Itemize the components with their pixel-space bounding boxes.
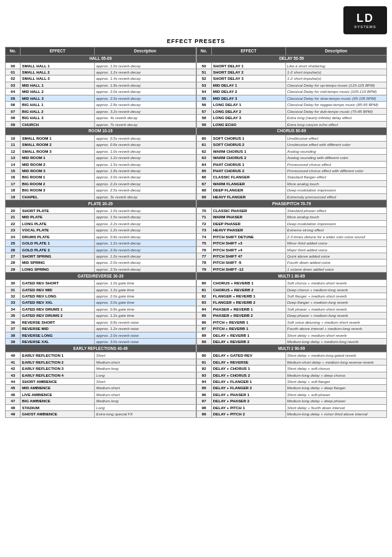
- row-effect: REVERSE XXL: [21, 339, 95, 345]
- row-description: 1-2 short impulse(s): [285, 75, 386, 82]
- row-effect: PHASER + REVERB 1: [211, 306, 285, 312]
- row-effect: DELAY + PITCH 1: [211, 404, 285, 410]
- row-effect: DELAY + REVERSE: [211, 359, 285, 365]
- table-row: 98DELAY + PITCH 1Short delay + fourth do…: [196, 404, 387, 410]
- table-row: 50SHORT DELAY 1Like a short shattering: [196, 62, 387, 69]
- row-number: 06: [6, 102, 21, 108]
- row-effect: LONG DELAY 2: [211, 108, 285, 114]
- table-row: 20SHORT PLATEapprox. 1.0s reverb decay: [6, 207, 196, 213]
- row-number: 65: [196, 167, 211, 173]
- table-row: 69HEAVY FLANGERExtremely pronounced effe…: [196, 193, 387, 200]
- row-description: Extra-long special FX: [95, 411, 196, 417]
- row-description: Classical Delay for dub-tempo music (75-…: [285, 108, 386, 114]
- row-number: 73: [196, 227, 211, 233]
- row-number: 82: [196, 293, 211, 299]
- table-row: 64PHAT CHORUS 1Pronounced chorus effect: [196, 161, 387, 167]
- table-row: 07BIG HALL 2approx. 3.2s reverb decay: [6, 108, 196, 114]
- row-number: 28: [6, 259, 21, 266]
- row-number: 99: [196, 411, 211, 417]
- table-row: 21MID PLATEapprox. 1.5s reverb decay: [6, 214, 196, 220]
- row-description: Long: [95, 404, 196, 410]
- row-description: approx. 1.0s reverb decay: [95, 253, 196, 259]
- row-description: approx. 2.0s reverb decay: [95, 89, 196, 95]
- row-number: 69: [196, 193, 211, 200]
- logo-subtitle: SYSTEMS: [354, 25, 376, 29]
- row-description: Pronounced chorus effect with different …: [285, 167, 386, 173]
- row-description: Medium-short: [95, 391, 196, 397]
- row-description: approx. 2.0s reverb decay: [95, 259, 196, 266]
- row-effect: BIG HALL 2: [21, 108, 95, 114]
- row-effect: SHORT DELAY 2: [211, 69, 285, 75]
- table-row: 70CLASSIC PHASERStandard phaser effect: [196, 207, 387, 213]
- row-number: 36: [6, 319, 21, 325]
- row-description: approx. 1.2s reverb decay: [95, 240, 196, 246]
- row-description: approx. 2.5s reverb decay: [95, 95, 196, 101]
- row-effect: WARM CHORUS 1: [211, 148, 285, 154]
- table-row: 30GATED REV SHORTapprox. 1.0s gate time: [6, 280, 196, 286]
- row-number: 23: [6, 227, 21, 233]
- row-effect: EARLY REFLECTION 2: [21, 359, 95, 365]
- row-number: 66: [196, 174, 211, 180]
- row-description: Classical Delay for reggae-tempo music (…: [285, 102, 386, 108]
- row-effect: DEEP FLANGER: [211, 187, 285, 193]
- table-row: 28MID SPRINGapprox. 2.0s reverb decay: [6, 259, 196, 266]
- row-description: approx. 1.0s reverb decay: [95, 148, 196, 154]
- table-row: 43EARLY REFLECTION 4Long: [6, 372, 196, 378]
- row-effect: WARM FLANGER: [211, 180, 285, 186]
- table-row: 72DEEP PHASERDeep modulation impression: [196, 220, 387, 226]
- row-effect: DELAY + GATED REV: [211, 352, 285, 359]
- row-effect: MID ROOM 2: [21, 161, 95, 167]
- row-number: 78: [196, 259, 211, 266]
- row-number: 26: [6, 246, 21, 253]
- table-row: 68DEEP FLANGERDeep modulation impression: [196, 187, 387, 193]
- row-effect: REVERSE LONG: [21, 332, 95, 338]
- col-no-left: No.: [6, 47, 21, 56]
- table-row: 02SMALL HALL 3approx. 1.4s reverb decay: [6, 75, 196, 82]
- row-description: Unobtrusive effect with different color: [285, 142, 386, 148]
- row-number: 34: [6, 306, 21, 312]
- table-row: 11SMALL ROOM 2approx. 0.8s reverb decay: [6, 142, 196, 148]
- row-number: 75: [196, 240, 211, 246]
- table-row: 06BIG HALL 1approx. 2.8s reverb decay: [6, 102, 196, 108]
- row-description: approx. 2.5s reverb decay: [95, 266, 196, 272]
- row-description: Medium-long delay + deep chorus: [285, 372, 386, 378]
- row-effect: CHORUS + REVERB 1: [211, 280, 285, 286]
- row-description: Short delay + fourth down interval: [285, 404, 386, 410]
- row-number: 91: [196, 359, 211, 365]
- row-number: 51: [196, 69, 211, 75]
- table-row: 44SHORT AMBIENCEShort: [6, 379, 196, 385]
- row-description: approx. 3.0s gate time: [95, 299, 196, 306]
- row-effect: DELAY + CHORUS 1: [211, 366, 285, 372]
- row-number: 48: [6, 404, 21, 410]
- page-title: EFFECT PRESETS: [5, 38, 387, 44]
- row-effect: MID DELAY 2: [211, 89, 285, 95]
- row-description: approx. 1.5s reverb decay: [95, 214, 196, 220]
- table-row: 32GATED REV LONGapprox. 2.0s gate time: [6, 293, 196, 299]
- table-row: 42EARLY REFLECTION 3Medium-long: [6, 366, 196, 372]
- table-row: 95DELAY + FLANGER 2Medium-long delay + d…: [196, 385, 387, 391]
- row-effect: DELAY + FLANGER 2: [211, 385, 285, 391]
- row-description: approx. 7s reverb decay: [95, 121, 196, 127]
- row-number: 12: [6, 148, 21, 154]
- row-effect: EARLY REFLECTION 1: [21, 352, 95, 359]
- row-effect: MID DELAY 1: [211, 82, 285, 88]
- row-effect: SHORT DELAY 3: [211, 75, 285, 82]
- table-row: 57LONG DELAY 2Classical Delay for dub-te…: [196, 108, 387, 114]
- row-description: approx. 0.8s reverb raise: [95, 319, 196, 325]
- table-row: 62WARM CHORUS 1Analog sounding: [196, 148, 387, 154]
- row-number: 97: [196, 398, 211, 404]
- row-effect: MID ROOM 3: [21, 167, 95, 173]
- table-row: 49GHOST AMBIENCEExtra-long special FX: [6, 411, 196, 417]
- row-number: 22: [6, 220, 21, 226]
- row-number: 71: [196, 214, 211, 220]
- table-row: 90DELAY + GATED REVShort delay + medium-…: [196, 352, 387, 359]
- row-effect: MID ROOM 1: [21, 155, 95, 161]
- row-effect: BIG ROOM 3: [21, 187, 95, 193]
- row-description: approx. 1.0s gate time: [95, 280, 196, 286]
- table-row: 54MID DELAY 2Classical Delay for mid-tem…: [196, 89, 387, 95]
- row-description: Extreme strong effect: [285, 227, 386, 233]
- row-description: Soft phaser + medium-short reverb: [285, 306, 386, 312]
- table-row: 73HEAVY PHASERExtreme strong effect: [196, 227, 387, 233]
- row-number: 49: [6, 411, 21, 417]
- table-row: 01SMALL HALL 2approx. 1.2s reverb decay: [6, 69, 196, 75]
